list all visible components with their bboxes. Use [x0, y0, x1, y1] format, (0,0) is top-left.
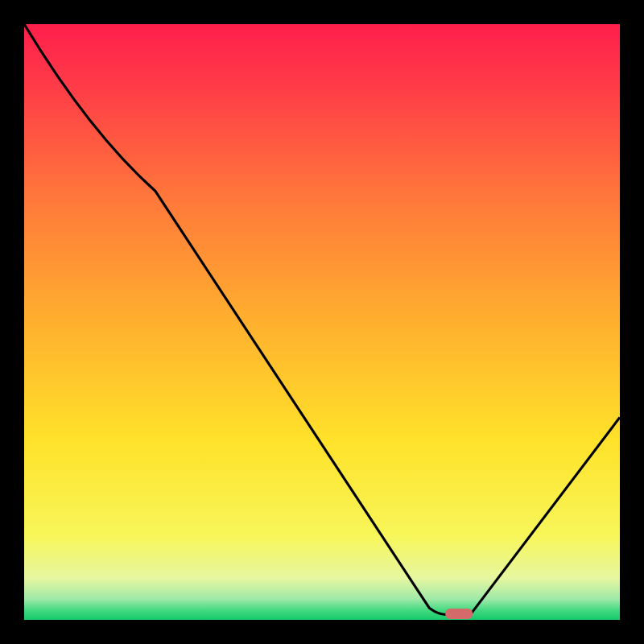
- chart-frame: [0, 0, 644, 644]
